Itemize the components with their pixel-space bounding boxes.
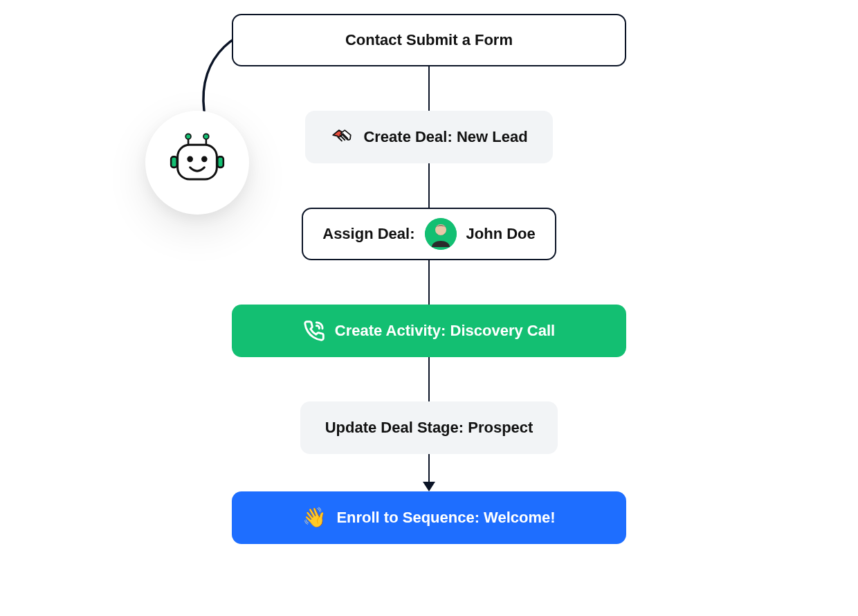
- step-update-deal-stage[interactable]: Update Deal Stage: Prospect: [300, 401, 558, 454]
- phone-icon: [303, 320, 325, 342]
- assignee-name: John Doe: [466, 225, 536, 243]
- svg-point-1: [185, 134, 191, 139]
- step-label: Create Activity: Discovery Call: [335, 322, 555, 340]
- trigger-contact-submit-form[interactable]: Contact Submit a Form: [232, 14, 626, 66]
- trigger-label: Contact Submit a Form: [345, 31, 513, 49]
- step-label: Create Deal: New Lead: [363, 128, 527, 146]
- step-label: Update Deal Stage: Prospect: [325, 419, 533, 437]
- step-create-deal[interactable]: Create Deal: New Lead: [305, 111, 552, 163]
- bot-icon: [167, 133, 227, 192]
- svg-rect-5: [171, 156, 177, 167]
- svg-rect-4: [178, 145, 217, 179]
- svg-point-7: [187, 156, 193, 163]
- connector-line: [428, 163, 430, 208]
- workflow-diagram: Contact Submit a Form Create Deal: New L…: [232, 14, 626, 544]
- step-enroll-sequence[interactable]: 👋 Enroll to Sequence: Welcome!: [232, 491, 626, 544]
- connector-line: [428, 66, 430, 111]
- handshake-icon: [330, 125, 354, 149]
- avatar: [425, 218, 457, 250]
- step-create-activity[interactable]: Create Activity: Discovery Call: [232, 305, 626, 357]
- connector-line: [428, 357, 430, 401]
- step-assign-deal[interactable]: Assign Deal: John Doe: [302, 208, 556, 260]
- step-label-prefix: Assign Deal:: [322, 225, 414, 243]
- svg-point-3: [203, 134, 209, 139]
- connector-line: [428, 260, 430, 305]
- svg-point-8: [201, 156, 208, 163]
- step-label: Enroll to Sequence: Welcome!: [336, 509, 555, 527]
- svg-rect-6: [217, 156, 223, 167]
- svg-point-10: [435, 224, 446, 235]
- arrow-down-icon: [423, 454, 435, 491]
- wave-icon: 👋: [302, 508, 327, 527]
